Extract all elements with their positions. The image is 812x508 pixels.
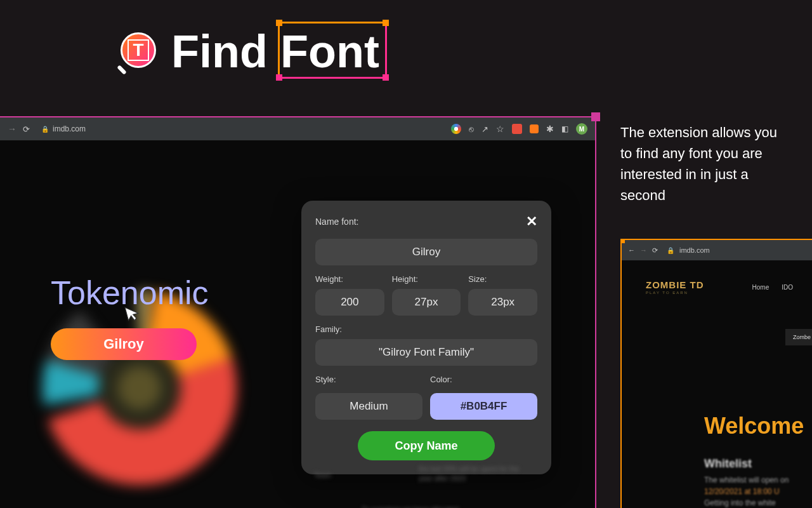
svg-point-6 [118,366,161,410]
blurred-text: Team [314,471,331,479]
whitelist-text-2: Getting into the white [704,498,776,507]
height-label: Height: [392,274,461,284]
whitelist-text-1: The whitelist will open on [704,476,789,485]
font-name-field: Gilroy [315,239,537,265]
logo-text: Find Font [171,25,379,77]
style-label: Style: [315,375,422,384]
font-name-pill: Gilroy [51,328,197,360]
browser-toolbar: → ⟳ 🔒 imdb.com ⎋ ↗ ☆ ✱ ◧ M [0,117,595,140]
preview-url[interactable]: imdb.com [679,246,710,254]
google-icon[interactable] [451,124,461,134]
style-value: Medium [315,393,422,420]
url-text: imdb.com [53,124,86,133]
reload-icon[interactable]: ⟳ [652,246,658,255]
app-logo: T Find Font [121,25,379,77]
reload-icon[interactable]: ⟳ [23,124,30,134]
nav-ido[interactable]: IDO [782,284,793,291]
profile-avatar[interactable]: M [576,123,587,135]
nav-forward-icon[interactable]: → [640,246,647,254]
extensions-puzzle-icon[interactable]: ✱ [546,124,554,134]
font-info-popup: Name font: ✕ Gilroy Weight: 200 Height: … [301,201,551,474]
logo-icon: T [121,32,159,70]
whitelist-date: 12/20/2021 at 18:00 U [704,487,780,496]
blurred-text: the last 20% will be spent for the year … [419,464,533,484]
extension-icon-2[interactable] [530,124,539,133]
preview-toolbar: ← → ⟳ 🔒 imdb.com [622,240,812,260]
weight-value: 200 [315,289,384,316]
zombie-bar: Zombe [785,329,812,345]
family-label: Family: [315,324,537,334]
extension-icon-1[interactable] [512,124,522,134]
blurred-text: To ourselves we have allocated [362,505,527,508]
translate-icon[interactable]: ⎋ [469,124,474,134]
whitelist-section: Whitelist The whitelist will open on 12/… [704,457,789,508]
zombie-logo-subtitle: PLAY TO EARN [646,291,704,295]
welcome-heading: Welcome [704,413,804,439]
whitelist-title: Whitelist [704,457,789,471]
nav-back-icon[interactable]: ← [628,246,635,254]
size-value: 23px [468,289,537,316]
main-browser-window: → ⟳ 🔒 imdb.com ⎋ ↗ ☆ ✱ ◧ M [0,116,596,508]
zombie-logo: ZOMBIE TD [646,279,704,290]
name-font-label: Name font: [315,217,358,227]
size-label: Size: [468,274,537,284]
close-icon[interactable]: ✕ [526,213,537,230]
lock-icon: 🔒 [667,247,674,254]
height-value: 27px [392,289,461,316]
preview-content: ZOMBIE TD PLAY TO EARN Home IDO Zombe We… [622,260,812,508]
lock-icon: 🔒 [41,126,49,133]
copy-name-button[interactable]: Copy Name [358,431,495,460]
preview-browser-window: ← → ⟳ 🔒 imdb.com ZOMBIE TD PLAY TO EARN … [620,239,812,508]
logo-font-word: Font [280,26,379,77]
browser-content: Tokenomic Gilroy Name font: ✕ Gilroy Wei… [0,140,595,508]
url-bar[interactable]: 🔒 imdb.com [41,124,86,133]
share-icon[interactable]: ↗ [481,124,488,134]
logo-t-letter: T [128,39,149,61]
color-label: Color: [430,375,537,384]
color-value: #B0B4FF [430,393,537,420]
star-icon[interactable]: ☆ [496,124,504,134]
nav-back-icon[interactable]: → [8,124,16,134]
logo-find-word: Find [171,26,268,77]
extension-description: The extension allows you to find any fon… [620,122,792,206]
weight-label: Weight: [315,274,384,284]
family-value: "Gilroy Font Family" [315,339,537,366]
sidepanel-icon[interactable]: ◧ [561,124,568,133]
nav-home[interactable]: Home [752,284,769,291]
